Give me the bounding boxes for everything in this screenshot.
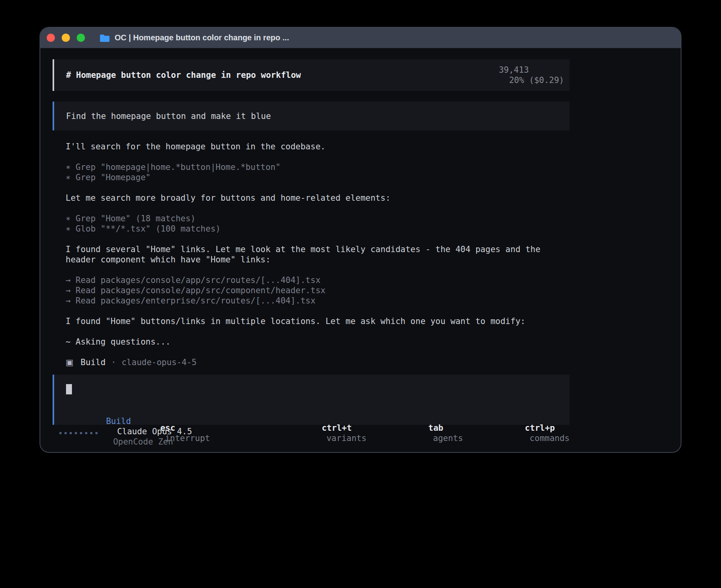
session-stats: 39,413 20% ($0.29) xyxy=(459,55,564,96)
tool-call-grep: ∗ Grep "Home" (18 matches) xyxy=(66,213,556,224)
conversation: I'll search for the homepage button in t… xyxy=(66,141,556,347)
agent-icon: ▣ xyxy=(66,357,74,368)
commands-hint: ctrl+p commands xyxy=(475,413,570,453)
variants-hint: ctrl+t variants xyxy=(272,413,367,453)
interrupt-hint: esc interrupt xyxy=(110,413,210,453)
context-usage: 20% ($0.29) xyxy=(509,75,564,85)
agents-label: agents xyxy=(433,433,463,443)
session-header: # Homepage button color change in repo w… xyxy=(53,59,570,91)
tool-call-glob: ∗ Glob "**/*.tsx" (100 matches) xyxy=(66,224,556,234)
agent-model: claude-opus-4-5 xyxy=(122,357,197,368)
variants-label: variants xyxy=(327,433,366,443)
interrupt-label: interrupt xyxy=(165,433,210,443)
close-button[interactable] xyxy=(47,34,55,42)
zoom-button[interactable] xyxy=(77,34,85,42)
tool-call-read: → Read packages/console/app/src/routes/[… xyxy=(66,275,556,285)
commands-label: commands xyxy=(530,433,570,443)
assistant-text: I'll search for the homepage button in t… xyxy=(66,141,556,152)
text-cursor-icon xyxy=(66,384,72,394)
assistant-text: Let me search more broadly for buttons a… xyxy=(66,193,556,203)
user-message-text: Find the homepage button and make it blu… xyxy=(66,111,271,121)
session-title: # Homepage button color change in repo w… xyxy=(66,70,301,80)
terminal-content: # Homepage button color change in repo w… xyxy=(40,48,681,438)
minimize-button[interactable] xyxy=(62,34,70,42)
assistant-text: I found "Home" buttons/links in multiple… xyxy=(66,316,556,326)
assistant-text: I found several "Home" links. Let me loo… xyxy=(66,244,556,265)
tool-call-read: → Read packages/console/app/src/componen… xyxy=(66,285,556,296)
agent-row: ▣ Build · claude-opus-4-5 xyxy=(66,357,681,368)
spinner-icon xyxy=(59,432,100,434)
agents-hint: tab agents xyxy=(378,413,463,453)
agent-separator: · xyxy=(111,357,116,368)
tab-key: tab xyxy=(428,423,444,433)
esc-key: esc xyxy=(160,423,175,433)
tool-call-grep: ∗ Grep "Homepage" xyxy=(66,172,556,183)
window-titlebar[interactable]: OC | Homepage button color change in rep… xyxy=(40,28,681,48)
ctrl-t-key: ctrl+t xyxy=(322,423,352,433)
ctrl-p-key: ctrl+p xyxy=(525,423,555,433)
user-message: Find the homepage button and make it blu… xyxy=(53,102,570,130)
asking-questions-status: ~ Asking questions... xyxy=(66,337,556,347)
agent-name: Build xyxy=(81,357,106,368)
tool-call-grep: ∗ Grep "homepage|home.*button|Home.*butt… xyxy=(66,162,556,172)
tool-call-read: → Read packages/enterprise/src/routes/[.… xyxy=(66,296,556,306)
window-title: OC | Homepage button color change in rep… xyxy=(115,33,289,42)
folder-icon xyxy=(100,34,110,42)
terminal-window: OC | Homepage button color change in rep… xyxy=(40,27,681,453)
status-bar: esc interrupt ctrl+t variants tab agents… xyxy=(53,428,570,438)
token-count: 39,413 xyxy=(499,65,529,75)
